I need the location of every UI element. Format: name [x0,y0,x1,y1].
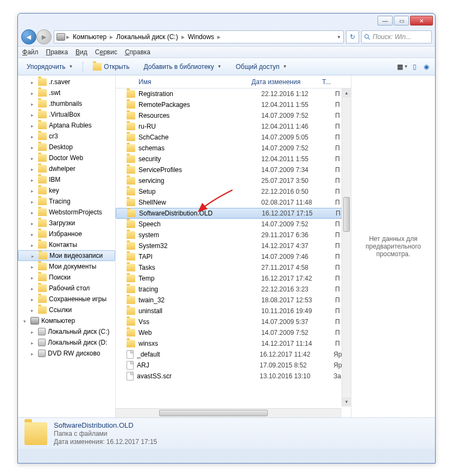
tree-item[interactable]: ▸Мои документы [18,261,115,272]
column-date[interactable]: Дата изменения [251,78,322,86]
expand-icon[interactable]: ▸ [31,329,36,334]
horizontal-scrollbar[interactable] [116,408,342,417]
menu-view[interactable]: Вид [76,48,87,56]
tree-item[interactable]: ▸Поиски [18,272,115,283]
expand-icon[interactable]: ▸ [31,351,36,356]
list-item[interactable]: ru-RU12.04.2011 1:46П [116,121,351,132]
tree-item[interactable]: ▸Doctor Web [18,153,115,163]
expand-icon[interactable]: ▸ [31,264,36,269]
expand-icon[interactable]: ▸ [31,286,36,291]
tree-item[interactable]: ▸Локальный диск (C:) [18,326,115,337]
expand-icon[interactable]: ▸ [31,340,36,345]
list-item[interactable]: avastSS.scr13.10.2016 13:10За [116,371,351,382]
list-item[interactable]: _default16.12.2017 11:42Яр [116,349,351,360]
tree-item[interactable]: ▸WebstormProjects [18,207,115,218]
add-library-button[interactable]: Добавить в библиотеку▼ [139,61,225,73]
expand-icon[interactable]: ▸ [31,210,36,215]
expand-icon[interactable]: ▸ [31,243,36,247]
list-item[interactable]: RemotePackages12.04.2011 1:55П [116,99,351,110]
expand-icon[interactable]: ▸ [31,221,36,226]
close-button[interactable]: ✕ [410,16,433,26]
search-input[interactable]: Поиск: Win... [361,30,432,43]
maximize-button[interactable]: ▭ [394,16,409,26]
vertical-scrollbar[interactable]: ▲ ▼ [342,88,351,407]
scroll-up-icon[interactable]: ▲ [342,88,351,98]
expand-icon[interactable]: ▸ [31,123,36,128]
share-button[interactable]: Общий доступ▼ [231,61,292,73]
tree-item[interactable]: ▸.thumbnails [18,98,115,109]
breadcrumb-segment[interactable]: Windows [186,32,217,42]
list-item[interactable]: Tasks27.11.2017 4:58П [116,262,351,273]
tree-item[interactable]: ▸Рабочий стол [18,283,115,294]
expand-icon[interactable]: ▸ [31,199,36,204]
list-item[interactable]: ServiceProfiles14.07.2009 7:34П [116,164,351,175]
column-name[interactable]: Имя [139,78,251,86]
expand-icon[interactable]: ▸ [31,275,36,280]
scroll-thumb[interactable] [343,197,350,232]
tree-item[interactable]: ▾Компьютер [18,315,115,326]
expand-icon[interactable]: ▸ [31,80,36,85]
help-button[interactable]: ◉ [422,62,431,71]
tree-item[interactable]: ▸Aptana Rubles [18,120,115,131]
list-item[interactable]: Temp16.12.2017 17:42П [116,273,351,284]
list-item[interactable]: Vss14.07.2009 5:37П [116,316,351,327]
tree-item[interactable]: ▸Tracing [18,196,115,207]
tree-item[interactable]: ▸Локальный диск (D: [18,337,115,348]
menu-help[interactable]: Справка [125,48,150,56]
breadcrumb[interactable]: ▶ Компьютер ▶ Локальный диск (C:) ▶ Wind… [54,30,344,43]
back-button[interactable]: ◄ [21,29,36,45]
nav-tree[interactable]: ▸.r.saver▸.swt▸.thumbnails▸.VirtualBox▸A… [18,75,116,417]
tree-item[interactable]: ▸.VirtualBox [18,109,115,120]
expand-icon[interactable]: ▸ [31,112,36,117]
expand-icon[interactable]: ▸ [31,188,36,193]
tree-item[interactable]: ▸Сохраненные игры [18,294,115,304]
chevron-down-icon[interactable]: ▼ [337,35,341,40]
tree-item[interactable]: ▸Мои видеозаписи [18,250,115,261]
minimize-button[interactable]: — [377,16,393,26]
list-item[interactable]: schemas14.07.2009 7:52П [116,143,351,154]
scroll-down-icon[interactable]: ▼ [342,397,351,407]
expand-icon[interactable]: ▸ [31,297,36,302]
expand-icon[interactable]: ▾ [23,319,28,323]
list-item[interactable]: system29.11.2017 6:36П [116,230,351,240]
list-item[interactable]: Web14.07.2009 7:52П [116,327,351,338]
list-item[interactable]: tracing22.12.2016 3:23П [116,284,351,295]
tree-item[interactable]: ▸cr3 [18,131,115,142]
list-item[interactable]: ShellNew02.08.2017 11:48П [116,197,351,208]
tree-item[interactable]: ▸Загрузки [18,218,115,229]
expand-icon[interactable]: ▸ [31,134,36,139]
forward-button[interactable]: ► [36,29,52,45]
tree-item[interactable]: ▸Контакты [18,239,115,250]
tree-item[interactable]: ▸.swt [18,87,115,98]
menu-file[interactable]: ФФайлайл [22,48,39,56]
list-item[interactable]: ARJ17.09.2015 8:52Яр [116,360,351,371]
tree-item[interactable]: ▸key [18,185,115,196]
tree-item[interactable]: ▸dwhelper [18,163,115,174]
expand-icon[interactable]: ▸ [31,156,36,161]
list-item[interactable]: System3214.12.2017 4:37П [116,240,351,251]
list-item[interactable]: Resources14.07.2009 7:52П [116,110,351,121]
list-item[interactable]: twain_3218.08.2017 12:53П [116,295,351,306]
tree-item[interactable]: ▸Ссылки [18,304,115,315]
list-item[interactable]: uninstall10.11.2016 19:49П [116,306,351,316]
breadcrumb-segment[interactable]: Локальный диск (C:) [114,32,180,42]
expand-icon[interactable]: ▸ [31,177,36,182]
expand-icon[interactable]: ▸ [31,308,36,313]
list-item[interactable]: security12.04.2011 1:55П [116,154,351,164]
expand-icon[interactable]: ▸ [32,253,36,258]
list-item[interactable]: TAPI14.07.2009 7:46П [116,251,351,262]
organize-button[interactable]: Упорядочить▼ [22,61,77,73]
list-item[interactable]: Setup22.12.2016 0:50П [116,186,351,197]
list-item[interactable]: Registration22.12.2016 1:12П [116,88,351,99]
expand-icon[interactable]: ▸ [31,167,36,172]
refresh-button[interactable]: ↻ [346,30,359,43]
expand-icon[interactable]: ▸ [31,101,36,106]
menu-tools[interactable]: Сервис [95,48,117,56]
tree-item[interactable]: ▸.r.saver [18,77,115,87]
tree-item[interactable]: ▸Desktop [18,142,115,153]
breadcrumb-segment[interactable]: Компьютер [71,32,109,42]
menu-edit[interactable]: Правка [46,48,68,56]
list-item[interactable]: SoftwareDistribution.OLD16.12.2017 17:15… [116,208,351,219]
list-item[interactable]: servicing25.07.2017 3:50П [116,175,351,186]
list-item[interactable]: SchCache14.07.2009 5:05П [116,132,351,143]
